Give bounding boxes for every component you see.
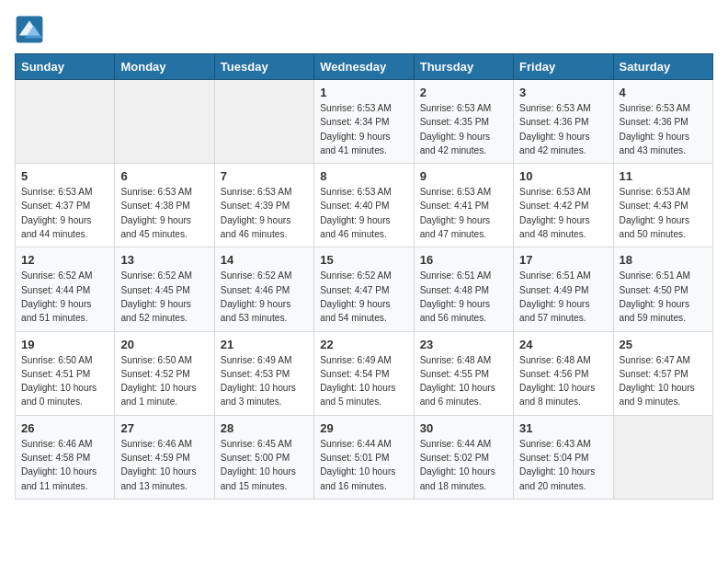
day-info: Sunrise: 6:43 AM Sunset: 5:04 PM Dayligh… [519, 437, 607, 493]
day-number: 9 [420, 169, 507, 183]
day-number: 24 [519, 338, 607, 351]
week-row: 5Sunrise: 6:53 AM Sunset: 4:37 PM Daylig… [16, 164, 713, 247]
day-info: Sunrise: 6:50 AM Sunset: 4:51 PM Dayligh… [21, 353, 108, 409]
day-number: 1 [320, 86, 407, 99]
weekday-header: Friday [514, 54, 613, 80]
day-info: Sunrise: 6:52 AM Sunset: 4:46 PM Dayligh… [221, 269, 308, 325]
day-info: Sunrise: 6:45 AM Sunset: 5:00 PM Dayligh… [221, 437, 308, 493]
day-cell: 4Sunrise: 6:53 AM Sunset: 4:36 PM Daylig… [613, 80, 712, 164]
day-info: Sunrise: 6:53 AM Sunset: 4:40 PM Dayligh… [320, 185, 407, 241]
day-cell: 7Sunrise: 6:53 AM Sunset: 4:39 PM Daylig… [214, 164, 313, 247]
weekday-header: Thursday [414, 54, 513, 80]
calendar-table: SundayMondayTuesdayWednesdayThursdayFrid… [15, 53, 713, 500]
day-number: 25 [620, 338, 707, 351]
day-number: 29 [320, 421, 407, 435]
day-number: 20 [120, 338, 208, 351]
day-info: Sunrise: 6:44 AM Sunset: 5:01 PM Dayligh… [320, 437, 407, 493]
day-cell: 25Sunrise: 6:47 AM Sunset: 4:57 PM Dayli… [613, 331, 712, 415]
day-number: 23 [420, 338, 507, 351]
day-number: 21 [221, 338, 308, 351]
day-number: 11 [620, 169, 707, 183]
day-cell [613, 415, 712, 499]
day-number: 26 [21, 421, 108, 435]
day-cell [214, 80, 313, 164]
day-info: Sunrise: 6:51 AM Sunset: 4:50 PM Dayligh… [620, 269, 707, 325]
day-info: Sunrise: 6:48 AM Sunset: 4:56 PM Dayligh… [519, 353, 607, 409]
week-row: 26Sunrise: 6:46 AM Sunset: 4:58 PM Dayli… [16, 415, 713, 499]
day-number: 3 [519, 86, 607, 99]
day-info: Sunrise: 6:49 AM Sunset: 4:54 PM Dayligh… [320, 353, 407, 409]
day-cell: 13Sunrise: 6:52 AM Sunset: 4:45 PM Dayli… [115, 247, 214, 331]
day-number: 12 [21, 253, 108, 267]
weekday-header: Sunday [16, 54, 115, 80]
day-number: 8 [320, 169, 407, 183]
day-info: Sunrise: 6:48 AM Sunset: 4:55 PM Dayligh… [420, 353, 507, 409]
day-cell: 24Sunrise: 6:48 AM Sunset: 4:56 PM Dayli… [514, 331, 613, 415]
week-row: 12Sunrise: 6:52 AM Sunset: 4:44 PM Dayli… [16, 247, 713, 331]
day-number: 31 [519, 421, 607, 435]
day-cell: 23Sunrise: 6:48 AM Sunset: 4:55 PM Dayli… [414, 331, 513, 415]
day-cell: 8Sunrise: 6:53 AM Sunset: 4:40 PM Daylig… [314, 164, 414, 247]
day-cell: 26Sunrise: 6:46 AM Sunset: 4:58 PM Dayli… [16, 415, 115, 499]
day-number: 22 [320, 338, 407, 351]
weekday-header: Tuesday [214, 54, 313, 80]
day-number: 19 [21, 338, 108, 351]
day-info: Sunrise: 6:46 AM Sunset: 4:58 PM Dayligh… [21, 437, 108, 493]
day-number: 27 [120, 421, 208, 435]
day-cell: 28Sunrise: 6:45 AM Sunset: 5:00 PM Dayli… [214, 415, 313, 499]
day-cell: 19Sunrise: 6:50 AM Sunset: 4:51 PM Dayli… [16, 331, 115, 415]
day-cell: 10Sunrise: 6:53 AM Sunset: 4:42 PM Dayli… [514, 164, 613, 247]
day-number: 28 [221, 421, 308, 435]
day-cell: 15Sunrise: 6:52 AM Sunset: 4:47 PM Dayli… [314, 247, 414, 331]
day-info: Sunrise: 6:51 AM Sunset: 4:48 PM Dayligh… [420, 269, 507, 325]
day-cell: 17Sunrise: 6:51 AM Sunset: 4:49 PM Dayli… [514, 247, 613, 331]
day-number: 6 [120, 169, 208, 183]
day-info: Sunrise: 6:53 AM Sunset: 4:36 PM Dayligh… [519, 101, 607, 157]
day-info: Sunrise: 6:52 AM Sunset: 4:45 PM Dayligh… [120, 269, 208, 325]
day-cell: 30Sunrise: 6:44 AM Sunset: 5:02 PM Dayli… [414, 415, 513, 499]
day-info: Sunrise: 6:49 AM Sunset: 4:53 PM Dayligh… [221, 353, 308, 409]
logo [15, 15, 50, 44]
week-row: 19Sunrise: 6:50 AM Sunset: 4:51 PM Dayli… [16, 331, 713, 415]
day-info: Sunrise: 6:53 AM Sunset: 4:39 PM Dayligh… [221, 185, 308, 241]
day-cell: 21Sunrise: 6:49 AM Sunset: 4:53 PM Dayli… [214, 331, 313, 415]
day-info: Sunrise: 6:51 AM Sunset: 4:49 PM Dayligh… [519, 269, 607, 325]
weekday-header: Saturday [613, 54, 712, 80]
day-info: Sunrise: 6:53 AM Sunset: 4:35 PM Dayligh… [420, 101, 507, 157]
day-cell: 18Sunrise: 6:51 AM Sunset: 4:50 PM Dayli… [613, 247, 712, 331]
day-number: 2 [420, 86, 507, 99]
day-number: 10 [519, 169, 607, 183]
day-number: 7 [221, 169, 308, 183]
day-number: 14 [221, 253, 308, 267]
day-info: Sunrise: 6:53 AM Sunset: 4:41 PM Dayligh… [420, 185, 507, 241]
day-cell: 3Sunrise: 6:53 AM Sunset: 4:36 PM Daylig… [514, 80, 613, 164]
week-row: 1Sunrise: 6:53 AM Sunset: 4:34 PM Daylig… [16, 80, 713, 164]
day-cell: 16Sunrise: 6:51 AM Sunset: 4:48 PM Dayli… [414, 247, 513, 331]
weekday-header: Monday [115, 54, 214, 80]
day-info: Sunrise: 6:53 AM Sunset: 4:36 PM Dayligh… [620, 101, 707, 157]
day-number: 4 [620, 86, 707, 99]
day-cell: 5Sunrise: 6:53 AM Sunset: 4:37 PM Daylig… [16, 164, 115, 247]
day-info: Sunrise: 6:44 AM Sunset: 5:02 PM Dayligh… [420, 437, 507, 493]
day-cell: 14Sunrise: 6:52 AM Sunset: 4:46 PM Dayli… [214, 247, 313, 331]
day-cell: 2Sunrise: 6:53 AM Sunset: 4:35 PM Daylig… [414, 80, 513, 164]
day-cell [16, 80, 115, 164]
day-info: Sunrise: 6:53 AM Sunset: 4:42 PM Dayligh… [519, 185, 607, 241]
day-number: 30 [420, 421, 507, 435]
day-cell: 20Sunrise: 6:50 AM Sunset: 4:52 PM Dayli… [115, 331, 214, 415]
day-info: Sunrise: 6:53 AM Sunset: 4:37 PM Dayligh… [21, 185, 108, 241]
day-info: Sunrise: 6:53 AM Sunset: 4:43 PM Dayligh… [620, 185, 707, 241]
day-number: 17 [519, 253, 607, 267]
day-info: Sunrise: 6:53 AM Sunset: 4:34 PM Dayligh… [320, 101, 407, 157]
logo-icon [15, 15, 44, 44]
header [15, 15, 713, 44]
day-cell: 12Sunrise: 6:52 AM Sunset: 4:44 PM Dayli… [16, 247, 115, 331]
day-info: Sunrise: 6:53 AM Sunset: 4:38 PM Dayligh… [120, 185, 208, 241]
day-cell: 1Sunrise: 6:53 AM Sunset: 4:34 PM Daylig… [314, 80, 414, 164]
day-info: Sunrise: 6:50 AM Sunset: 4:52 PM Dayligh… [120, 353, 208, 409]
day-number: 13 [120, 253, 208, 267]
day-cell: 31Sunrise: 6:43 AM Sunset: 5:04 PM Dayli… [514, 415, 613, 499]
weekday-header: Wednesday [314, 54, 414, 80]
day-number: 5 [21, 169, 108, 183]
day-cell [115, 80, 214, 164]
